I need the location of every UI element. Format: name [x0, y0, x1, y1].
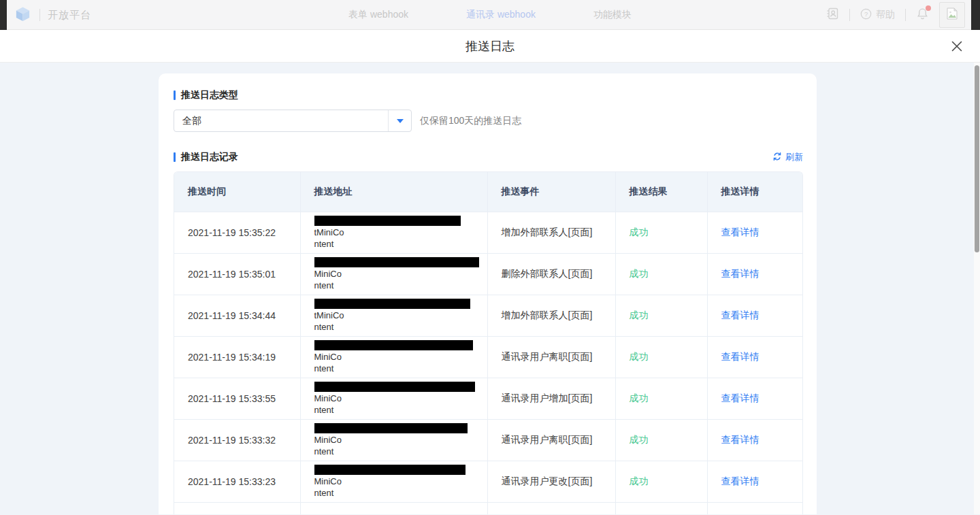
help-button[interactable]: ? 帮助 — [860, 8, 895, 22]
view-details-link[interactable]: 查看详情 — [721, 227, 760, 237]
table-row: 2021-11-19 15:34:19MiniContent通讯录用户离职[页面… — [174, 336, 803, 378]
col-push-event: 推送事件 — [487, 172, 615, 212]
log-type-select[interactable]: 全部 — [174, 110, 412, 132]
table-row: 2021-11-19 15:33:23MiniContent通讯录用户更改[页面… — [174, 461, 803, 502]
cell-push-url: MiniContent — [300, 336, 487, 378]
notifications-button[interactable] — [916, 7, 929, 23]
nav-divider — [849, 9, 850, 21]
col-push-time: 推送时间 — [174, 172, 300, 212]
redaction-bar — [314, 340, 473, 350]
url-line2-text: ntent — [314, 322, 334, 332]
cell-push-event: 增加外部联系人[页面] — [487, 212, 615, 253]
empty-cell — [300, 502, 487, 514]
cell-push-detail: 查看详情 — [707, 461, 803, 502]
table-header-row: 推送时间 推送地址 推送事件 推送结果 推送详情 — [174, 172, 803, 212]
window-edge-left — [0, 0, 7, 30]
url-line2-text: ntent — [314, 488, 334, 498]
cell-push-event: 通讯录用户离职[页面] — [487, 336, 615, 378]
redaction-bar — [314, 465, 466, 475]
modal-header: 推送日志 — [0, 30, 980, 63]
cell-push-url: MiniContent — [300, 461, 487, 502]
blue-accent-bar — [174, 152, 176, 162]
cell-push-time: 2021-11-19 15:34:19 — [174, 336, 300, 378]
records-section-title: 推送日志记录 — [174, 152, 238, 163]
view-details-link[interactable]: 查看详情 — [721, 268, 760, 279]
table-row-partial — [174, 502, 803, 514]
cell-push-url: MiniContent — [300, 253, 487, 295]
url-line2-text: ntent — [314, 405, 334, 415]
cell-push-result: 成功 — [615, 378, 707, 419]
url-line2-text: ntent — [314, 363, 334, 373]
view-details-link[interactable]: 查看详情 — [721, 434, 760, 445]
cube-logo-icon — [14, 5, 32, 26]
empty-cell — [174, 502, 300, 514]
redaction-bar — [314, 423, 468, 433]
cell-push-result: 成功 — [615, 253, 707, 295]
help-label: 帮助 — [876, 9, 895, 21]
nav-divider — [905, 9, 906, 21]
cell-push-result: 成功 — [615, 336, 707, 378]
cell-push-time: 2021-11-19 15:35:22 — [174, 212, 300, 253]
window-edge-right — [971, 0, 980, 30]
view-details-link[interactable]: 查看详情 — [721, 310, 760, 320]
view-details-link[interactable]: 查看详情 — [721, 476, 760, 486]
select-arrow-zone[interactable] — [388, 110, 411, 131]
close-icon[interactable] — [949, 39, 964, 54]
cell-push-detail: 查看详情 — [707, 212, 803, 253]
notification-dot — [926, 5, 931, 11]
tab-form-webhook[interactable]: 表单 webhook — [348, 9, 408, 21]
table-row: 2021-11-19 15:33:55MiniContent通讯录用户增加[页面… — [174, 378, 803, 419]
empty-cell — [487, 502, 615, 514]
url-tail-text: MiniCo — [314, 352, 342, 362]
tab-function-modules[interactable]: 功能模块 — [593, 9, 632, 21]
table-row: 2021-11-19 15:35:01MiniContent删除外部联系人[页面… — [174, 253, 803, 295]
cell-push-event: 删除外部联系人[页面] — [487, 253, 615, 295]
redaction-bar — [314, 299, 470, 309]
svg-text:?: ? — [864, 10, 868, 18]
url-tail-text: MiniCo — [314, 476, 342, 486]
empty-cell — [707, 502, 803, 514]
nav-tabs: 表单 webhook 通讯录 webhook 功能模块 — [348, 0, 632, 30]
scrollbar-thumb[interactable] — [975, 65, 979, 252]
cell-push-time: 2021-11-19 15:35:01 — [174, 253, 300, 295]
nav-divider — [39, 9, 40, 21]
table-row: 2021-11-19 15:33:32MiniContent通讯录用户离职[页面… — [174, 419, 803, 461]
redaction-bar — [314, 216, 461, 226]
cell-push-detail: 查看详情 — [707, 295, 803, 336]
url-line2-text: ntent — [314, 446, 334, 456]
log-type-section-title: 推送日志类型 — [174, 90, 803, 101]
top-navbar: 开放平台 表单 webhook 通讯录 webhook 功能模块 ? — [0, 0, 980, 30]
redaction-bar — [314, 257, 479, 267]
cell-push-event: 通讯录用户更改[页面] — [487, 461, 615, 502]
cell-push-detail: 查看详情 — [707, 336, 803, 378]
blue-accent-bar — [174, 90, 176, 100]
refresh-button[interactable]: 刷新 — [772, 151, 803, 163]
redaction-bar — [314, 382, 475, 392]
url-tail-text: MiniCo — [314, 393, 342, 403]
chevron-down-icon — [397, 119, 404, 123]
url-tail-text: tMiniCo — [314, 310, 344, 320]
cell-push-url: tMiniContent — [300, 295, 487, 336]
tab-contacts-webhook[interactable]: 通讯录 webhook — [466, 9, 536, 21]
cell-push-result: 成功 — [615, 419, 707, 461]
push-log-card: 推送日志类型 全部 仅保留100天的推送日志 推送日志记录 — [159, 73, 817, 514]
select-value: 全部 — [174, 110, 388, 131]
cell-push-url: MiniContent — [300, 419, 487, 461]
cell-push-result: 成功 — [615, 212, 707, 253]
cell-push-event: 通讯录用户增加[页面] — [487, 378, 615, 419]
url-line2-text: ntent — [314, 239, 334, 249]
url-tail-text: tMiniCo — [314, 227, 344, 237]
cell-push-detail: 查看详情 — [707, 253, 803, 295]
brand-title: 开放平台 — [48, 9, 91, 22]
cell-push-time: 2021-11-19 15:33:23 — [174, 461, 300, 502]
table-row: 2021-11-19 15:35:22tMiniContent增加外部联系人[页… — [174, 212, 803, 253]
cell-push-time: 2021-11-19 15:34:44 — [174, 295, 300, 336]
view-details-link[interactable]: 查看详情 — [721, 393, 760, 403]
scrollbar-track[interactable] — [974, 63, 980, 514]
avatar[interactable] — [939, 2, 965, 28]
modal-body: 推送日志类型 全部 仅保留100天的推送日志 推送日志记录 — [0, 63, 980, 514]
table-row: 2021-11-19 15:34:44tMiniContent增加外部联系人[页… — [174, 295, 803, 336]
address-book-icon[interactable] — [826, 7, 839, 23]
view-details-link[interactable]: 查看详情 — [721, 351, 760, 362]
url-tail-text: MiniCo — [314, 435, 342, 445]
